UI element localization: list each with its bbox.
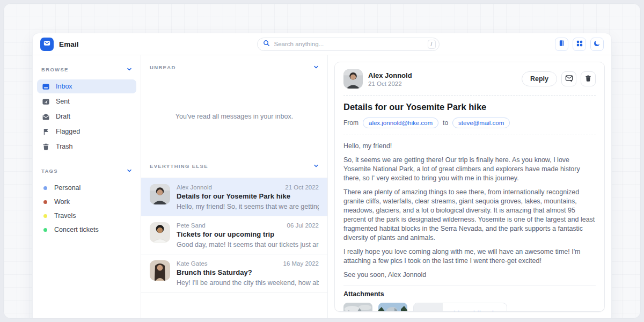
mail-preview: Hey! I'll be around the city this weeken… — [177, 279, 319, 287]
attachments-label: Attachments — [343, 290, 596, 298]
main-columns: BROWSE Inbox Sent — [33, 55, 611, 319]
draft-envelope-icon — [42, 113, 50, 121]
mail-date: 06 Jul 2022 — [287, 222, 319, 229]
flag-icon — [42, 128, 50, 136]
delete-button[interactable] — [581, 71, 596, 86]
tag-item-work[interactable]: Work — [37, 195, 136, 209]
attachments-row: videos-hike.zip 100 MB — [343, 303, 596, 312]
avatar — [150, 222, 170, 243]
unread-empty-state: You've read all messages in your inbox. — [141, 79, 327, 154]
tag-label: Personal — [54, 184, 80, 192]
email-app-window: Email / — [32, 33, 612, 319]
search-icon — [263, 39, 270, 49]
to-address-chip[interactable]: steve@mail.com — [452, 118, 510, 128]
sidebar-item-label: Sent — [56, 98, 70, 105]
sidebar-item-label: Inbox — [56, 83, 72, 90]
tag-item-travels[interactable]: Travels — [37, 209, 136, 223]
tag-label: Work — [54, 198, 70, 206]
tag-dot-blue — [43, 186, 47, 190]
search-zone: / — [147, 38, 550, 51]
chevron-down-icon[interactable] — [313, 161, 319, 171]
everything-else-section-header[interactable]: EVERYTHING ELSE — [141, 154, 327, 178]
sidebar-item-flagged[interactable]: Flagged — [37, 125, 136, 138]
sidebar-item-label: Flagged — [56, 128, 80, 135]
avatar — [343, 69, 363, 89]
email-paragraph: See you soon, Alex Jonnold — [343, 270, 596, 280]
file-name-link[interactable]: videos-hike.zip — [450, 310, 498, 312]
top-actions — [555, 38, 604, 51]
top-bar: Email / — [33, 33, 611, 55]
sidebar-item-sent[interactable]: Sent — [37, 94, 136, 108]
photo-attachment-half-dome[interactable] — [378, 303, 407, 312]
envelope-logo-icon — [42, 39, 52, 50]
unread-section-header[interactable]: UNREAD — [141, 55, 327, 79]
mail-item-content: Kate Gates 16 May 2022 Brunch this Satur… — [177, 260, 319, 287]
message-list-column: UNREAD You've read all messages in your … — [141, 55, 328, 319]
trash-icon — [584, 75, 592, 84]
search-bar[interactable]: / — [257, 38, 440, 51]
mail-sender: Alex Jonnold — [177, 184, 212, 191]
mail-date: 21 Oct 2022 — [285, 184, 319, 191]
from-to-row: From alex.jonnold@hike.com to steve@mail… — [343, 118, 596, 128]
sent-icon — [42, 98, 50, 106]
divider — [343, 285, 596, 286]
search-shortcut-badge: / — [428, 40, 436, 49]
mail-list: Alex Jonnold 21 Oct 2022 Details for our… — [141, 178, 327, 292]
mail-list-item-tickets[interactable]: Pete Sand 06 Jul 2022 Tickets for our up… — [141, 216, 327, 254]
reader-sender-name: Alex Jonnold — [368, 71, 412, 79]
trash-icon — [42, 143, 50, 151]
grid-icon — [576, 40, 583, 48]
mail-preview: Good day, mate! It seems that our ticket… — [177, 241, 319, 248]
apps-grid-button[interactable] — [573, 38, 586, 51]
reader-actions: Reply — [522, 71, 596, 86]
mail-list-item-brunch[interactable]: Kate Gates 16 May 2022 Brunch this Satur… — [141, 254, 327, 292]
mail-subject: Details for our Yosemite Park hike — [177, 192, 319, 200]
tag-item-personal[interactable]: Personal — [37, 181, 136, 195]
from-label: From — [343, 119, 358, 127]
reader-header: Alex Jonnold 21 Oct 2022 Reply — [343, 69, 596, 89]
browse-section-header[interactable]: BROWSE — [37, 60, 136, 79]
divider — [343, 95, 596, 96]
mail-item-content: Alex Jonnold 21 Oct 2022 Details for our… — [177, 184, 319, 210]
search-input[interactable] — [274, 41, 423, 47]
email-body: Hello, my friend! So, it seems we are ge… — [343, 142, 596, 280]
sidebar-item-trash[interactable]: Trash — [37, 140, 136, 153]
reply-button[interactable]: Reply — [522, 71, 557, 86]
tag-item-concert-tickets[interactable]: Concert tickets — [37, 223, 136, 237]
tag-dot-green — [43, 228, 47, 232]
sidebar-item-draft[interactable]: Draft — [37, 109, 136, 123]
everything-else-label: EVERYTHING ELSE — [150, 163, 208, 169]
mail-sender: Pete Sand — [177, 222, 206, 229]
reader-column: Alex Jonnold 21 Oct 2022 Reply — [328, 55, 611, 319]
desktop-background: Email / — [3, 3, 641, 319]
app-logo[interactable] — [40, 38, 54, 51]
mail-subject: Brunch this Saturday? — [177, 268, 319, 276]
zip-attachment-card[interactable]: videos-hike.zip 100 MB — [413, 303, 507, 312]
photo-attachment-valley[interactable] — [343, 303, 372, 312]
mail-date: 16 May 2022 — [283, 260, 319, 267]
tag-dot-red — [43, 200, 47, 204]
file-meta: videos-hike.zip 100 MB — [443, 303, 507, 312]
email-paragraph: I really hope you love coming along with… — [343, 247, 596, 266]
mail-list-item-yosemite[interactable]: Alex Jonnold 21 Oct 2022 Details for our… — [141, 178, 327, 216]
envelope-plus-icon — [565, 74, 573, 84]
avatar — [150, 184, 170, 204]
inbox-icon — [42, 83, 50, 91]
mail-preview: Hello, my friend! So, it seems that we a… — [177, 203, 319, 210]
divider — [343, 135, 596, 135]
from-address-chip[interactable]: alex.jonnold@hike.com — [363, 118, 438, 128]
mark-unread-button[interactable] — [561, 71, 576, 86]
tag-label: Concert tickets — [54, 226, 99, 233]
sidebar: BROWSE Inbox Sent — [33, 55, 141, 319]
dark-mode-button[interactable] — [590, 38, 604, 51]
book-icon — [558, 40, 565, 48]
tags-section-header[interactable]: TAGS — [37, 161, 136, 181]
mail-subject: Tickets for our upcoming trip — [177, 230, 319, 238]
chevron-down-icon[interactable] — [127, 64, 132, 74]
chevron-down-icon[interactable] — [313, 62, 319, 72]
sidebar-item-inbox[interactable]: Inbox — [37, 79, 136, 93]
avatar — [150, 260, 170, 281]
chevron-down-icon[interactable] — [127, 166, 132, 175]
tags-label: TAGS — [41, 168, 58, 174]
book-button[interactable] — [555, 38, 568, 51]
